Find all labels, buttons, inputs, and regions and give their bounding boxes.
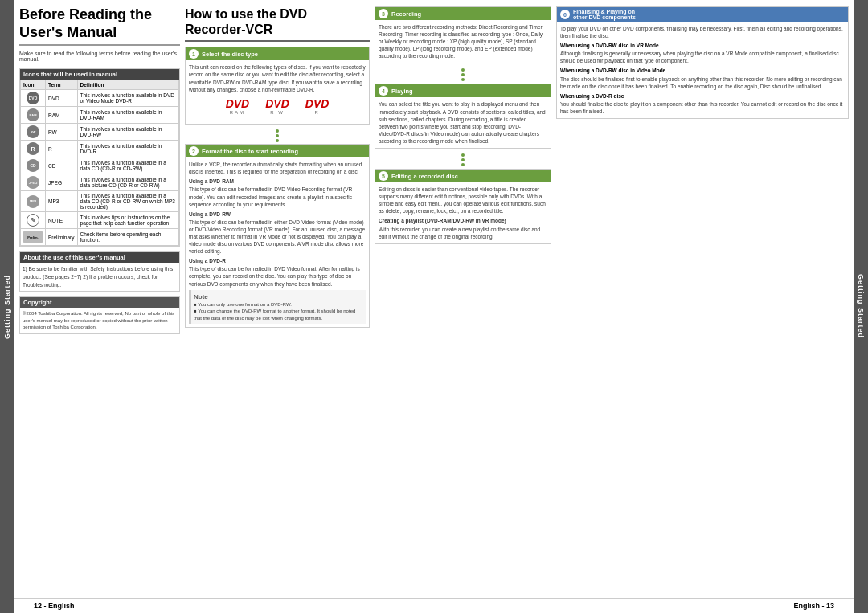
table-row: JPEG JPEG This involves a function avail… xyxy=(21,174,179,191)
term-cell: DVD xyxy=(46,90,78,107)
step2-number: 2 xyxy=(189,146,199,156)
using-r-header: Using a DVD-R xyxy=(189,257,366,264)
def-cell: This involves a function available in a … xyxy=(77,191,178,212)
step6-text: To play your DVD on other DVD components… xyxy=(560,25,845,39)
dvd-r-text: You should finalise the disc to play it … xyxy=(560,100,845,115)
step4-box: 4 Playing You can select the title you w… xyxy=(375,84,551,149)
table-row: RAM RAM This involves a function availab… xyxy=(21,107,179,124)
step6-body: To play your DVD on other DVD components… xyxy=(557,22,848,118)
col2-title: How to use the DVDRecorder-VCR xyxy=(185,6,370,42)
def-cell: This involves tips or instructions on th… xyxy=(77,212,178,229)
term-cell: RW xyxy=(46,124,78,141)
icon-cell: MP3 xyxy=(21,191,46,212)
def-cell: This involves a function available in a … xyxy=(77,157,178,174)
table-row: ✎ NOTE This involves tips or instruction… xyxy=(21,212,179,229)
table-row: R R This involves a function available i… xyxy=(21,141,179,157)
term-cell: RAM xyxy=(46,107,78,124)
term-cell: Preliminary xyxy=(46,229,78,246)
step6-box: 6 Finalising & Playing onother DVD compo… xyxy=(556,6,849,119)
icon-cell: Prelim. xyxy=(21,229,46,246)
using-rw-header: Using a DVD-RW xyxy=(189,210,366,218)
term-cell: JPEG xyxy=(46,174,78,191)
copyright-header: Copyright xyxy=(20,297,179,308)
using-ram-text: This type of disc can be formatted in DV… xyxy=(189,186,366,207)
step1-number: 1 xyxy=(189,49,199,59)
using-rw-text: This type of disc can be formatted in ei… xyxy=(189,219,366,255)
step1-title: Select the disc type xyxy=(202,51,258,58)
connector3 xyxy=(375,153,551,166)
dvd-rw-vr-text: Although finalising is generally unneces… xyxy=(560,50,845,64)
before-reading-section: Before Reading theUser's Manual Make sur… xyxy=(19,6,180,591)
icon-cell: ✎ xyxy=(21,212,46,229)
left-tab-label: Getting Started xyxy=(3,275,11,339)
step3-number: 3 xyxy=(379,9,388,18)
def-cell: This involves a function available in DV… xyxy=(77,90,178,107)
about-body: 1) Be sure to be familiar with Safety In… xyxy=(20,263,179,291)
connector2 xyxy=(375,68,551,81)
col1-subtitle: Make sure to read the following terms be… xyxy=(19,51,180,62)
dvd-logo-rw: DVD R W xyxy=(265,98,289,116)
icon-cell: DVD xyxy=(21,90,46,107)
term-cell: CD xyxy=(46,157,78,174)
step5-number: 5 xyxy=(379,171,388,181)
footer-left: 12 - English xyxy=(34,602,75,610)
step5-box: 5 Editing a recorded disc Editing on dis… xyxy=(375,169,551,244)
def-cell: Check items before operating each functi… xyxy=(77,229,178,246)
dvd-rw-video-header: When using a DVD-RW disc in Video Mode xyxy=(560,67,845,74)
step5-header: 5 Editing a recorded disc xyxy=(375,170,551,182)
right-tab-label: Getting Started xyxy=(857,274,865,338)
table-row: Prelim. Preliminary Check items before o… xyxy=(21,229,179,246)
term-cell: NOTE xyxy=(46,212,78,229)
icon-cell: R xyxy=(21,141,46,157)
steps-3-5-section: 3 Recording There are two different reco… xyxy=(375,6,551,591)
about-header: About the use of this user's manual xyxy=(20,252,179,263)
step3-header: 3 Recording xyxy=(375,7,551,20)
step1-text: This unit can record on the following ty… xyxy=(189,63,366,92)
icon-cell: RW xyxy=(21,124,46,141)
step1-header: 1 Select the disc type xyxy=(186,47,369,60)
how-to-use-section: How to use the DVDRecorder-VCR 1 Select … xyxy=(185,6,370,591)
table-row: CD CD This involves a function available… xyxy=(21,157,179,174)
note-icon: Note xyxy=(194,293,208,300)
icon-cell: RAM xyxy=(21,107,46,124)
copyright-body: ©2004 Toshiba Corporation. All rights re… xyxy=(20,308,179,333)
col-term: Term xyxy=(46,80,78,90)
step6-number: 6 xyxy=(560,10,570,19)
step6-section: 6 Finalising & Playing onother DVD compo… xyxy=(556,6,849,591)
dvd-rw-video-text: The disc should be finalised first to en… xyxy=(560,76,845,90)
step3-title: Recording xyxy=(391,10,421,18)
dvd-logo-r: DVD R xyxy=(305,98,330,116)
term-cell: MP3 xyxy=(46,191,78,212)
icon-cell: CD xyxy=(21,157,46,174)
icons-section: Icons that will be used in manual Icon T… xyxy=(19,68,180,247)
def-cell: This involves a function available in DV… xyxy=(77,124,178,141)
page-title: Before Reading theUser's Manual xyxy=(19,6,180,46)
def-cell: This involves a function available in a … xyxy=(77,174,178,191)
table-row: RW RW This involves a function available… xyxy=(21,124,179,141)
step3-body: There are two different recording method… xyxy=(375,20,551,63)
col-icon: Icon xyxy=(21,80,46,90)
step1-body: This unit can record on the following ty… xyxy=(186,60,369,124)
def-cell: This involves a function available in DV… xyxy=(77,107,178,124)
step4-body: You can select the title you want to pla… xyxy=(375,97,551,148)
table-row: MP3 MP3 This involves a function availab… xyxy=(21,191,179,212)
table-row: DVD DVD This involves a function availab… xyxy=(21,90,179,107)
icon-cell: JPEG xyxy=(21,174,46,191)
using-r-text: This type of disc can be formatted in DV… xyxy=(189,265,366,287)
step2-title: Format the disc to start recording xyxy=(202,148,298,155)
step4-header: 4 Playing xyxy=(375,84,551,97)
col-definition: Definition xyxy=(77,80,178,90)
step5-body: Editing on discs is easier than conventi… xyxy=(375,182,551,243)
step3-box: 3 Recording There are two different reco… xyxy=(375,6,551,63)
note-bullet1: You can only use one format on a DVD-RW. xyxy=(198,302,292,307)
step2-header: 2 Format the disc to start recording xyxy=(186,145,369,157)
left-vertical-tab: Getting Started xyxy=(0,0,14,613)
def-cell: This involves a function available in DV… xyxy=(77,141,178,157)
term-cell: R xyxy=(46,141,78,157)
copyright-section: Copyright ©2004 Toshiba Corporation. All… xyxy=(19,296,180,333)
dvd-rw-vr-header: When using a DVD-RW disc in VR Mode xyxy=(560,42,845,49)
creating-playlist-header: Creating a playlist (DVD-RAM/DVD-RW in V… xyxy=(379,217,547,224)
footer: 12 - English English - 13 xyxy=(14,598,854,613)
using-ram-header: Using a DVD-RAM xyxy=(189,178,366,185)
step2-text: Unlike a VCR, the recorder automatically… xyxy=(189,161,366,175)
